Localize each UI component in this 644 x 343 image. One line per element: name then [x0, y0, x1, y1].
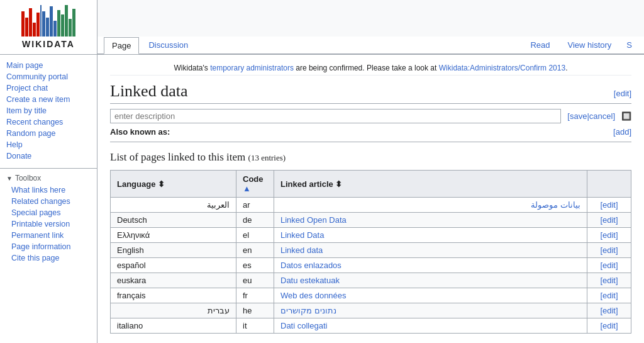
- cell-edit[interactable]: [edit]: [587, 273, 631, 288]
- notice-bar: Wikidata's temporary administrators are …: [110, 61, 631, 76]
- sidebar-item-item-by-title[interactable]: Item by title: [0, 105, 97, 116]
- triangle-icon: ▼: [6, 175, 13, 182]
- page-title: Linked data: [110, 82, 187, 101]
- cell-edit[interactable]: [edit]: [587, 198, 631, 213]
- cell-code: he: [236, 303, 274, 318]
- tab-view-history[interactable]: View history: [559, 37, 619, 53]
- cell-article[interactable]: Linked data: [274, 243, 587, 258]
- content-area: Wikidata's temporary administrators are …: [97, 55, 644, 343]
- sidebar-item-permanent-link[interactable]: Permanent link: [0, 230, 97, 241]
- notice-link-2[interactable]: Wikidata:Administrators/Confirm 2013: [439, 64, 565, 72]
- cell-code: es: [236, 258, 274, 273]
- sidebar-item-community-portal[interactable]: Community portal: [0, 71, 97, 82]
- cell-language: italiano: [111, 318, 236, 334]
- sidebar-item-random-page[interactable]: Random page: [0, 128, 97, 139]
- cell-article[interactable]: بيانات موصولة: [274, 198, 587, 213]
- cell-language: English: [111, 243, 236, 258]
- cell-code: fr: [236, 288, 274, 303]
- cell-article[interactable]: Linked Open Data: [274, 213, 587, 228]
- sidebar-item-special-pages[interactable]: Special pages: [0, 207, 97, 218]
- table-row: עבריתheנתונים מקושרים[edit]: [111, 303, 631, 318]
- cell-edit[interactable]: [edit]: [587, 243, 631, 258]
- cell-article[interactable]: נתונים מקושרים: [274, 303, 587, 318]
- sidebar-item-page-information[interactable]: Page information: [0, 241, 97, 252]
- cell-language: français: [111, 288, 236, 303]
- save-cancel-label: [save|cancel]: [567, 111, 615, 121]
- table-row: françaisfrWeb des données[edit]: [111, 288, 631, 303]
- cell-code: eu: [236, 273, 274, 288]
- col-code[interactable]: Code ▲: [236, 171, 274, 198]
- notice-link-1[interactable]: temporary administrators: [210, 64, 294, 72]
- tab-more[interactable]: S: [621, 37, 638, 53]
- cell-language: español: [111, 258, 236, 273]
- cell-code: el: [236, 228, 274, 243]
- cell-code: it: [236, 318, 274, 334]
- cell-language: Ελληνικά: [111, 228, 236, 243]
- sidebar-item-help[interactable]: Help: [0, 139, 97, 150]
- sidebar-item-printable-version[interactable]: Printable version: [0, 218, 97, 230]
- cell-article[interactable]: Web des données: [274, 288, 587, 303]
- save-icon: 🔲: [621, 111, 631, 121]
- table-row: العربيةarبيانات موصولة[edit]: [111, 198, 631, 213]
- cell-code: de: [236, 213, 274, 228]
- table-row: euskaraeuDatu estekatuak[edit]: [111, 273, 631, 288]
- sidebar-item-what-links-here[interactable]: What links here: [0, 184, 97, 196]
- cell-code: en: [236, 243, 274, 258]
- logo: WIKIDATA: [0, 0, 97, 54]
- cell-article[interactable]: Linked Data: [274, 228, 587, 243]
- cell-language: euskara: [111, 273, 236, 288]
- list-header: List of pages linked to this item (13 en…: [110, 151, 631, 164]
- sidebar-item-related-changes[interactable]: Related changes: [0, 196, 97, 207]
- tab-discussion[interactable]: Discussion: [140, 37, 196, 53]
- sidebar-item-main-page[interactable]: Main page: [0, 60, 97, 71]
- table-row: EnglishenLinked data[edit]: [111, 243, 631, 258]
- sidebar-item-donate[interactable]: Donate: [0, 150, 97, 162]
- cell-article[interactable]: Dati collegati: [274, 318, 587, 334]
- col-linked-article[interactable]: Linked article ⬍: [274, 171, 587, 198]
- cell-edit[interactable]: [edit]: [587, 288, 631, 303]
- cell-language: Deutsch: [111, 213, 236, 228]
- tab-page[interactable]: Page: [104, 37, 139, 54]
- col-language[interactable]: Language ⬍: [111, 171, 236, 198]
- table-row: españolesDatos enlazados[edit]: [111, 258, 631, 273]
- cell-code: ar: [236, 198, 274, 213]
- toolbox-header[interactable]: ▼ Toolbox: [0, 172, 97, 184]
- entries-count: (13 entries): [248, 153, 286, 162]
- sidebar: Main page Community portal Project chat …: [0, 55, 97, 343]
- cell-edit[interactable]: [edit]: [587, 213, 631, 228]
- table-row: italianoitDati collegati[edit]: [111, 318, 631, 334]
- cell-article[interactable]: Datu estekatuak: [274, 273, 587, 288]
- cell-edit[interactable]: [edit]: [587, 228, 631, 243]
- linked-table: Language ⬍ Code ▲ Linked article ⬍ العرب…: [110, 170, 631, 334]
- sidebar-item-create-new-item[interactable]: Create a new item: [0, 94, 97, 105]
- cell-edit[interactable]: [edit]: [587, 258, 631, 273]
- page-edit-link[interactable]: [edit]: [614, 89, 631, 98]
- cell-edit[interactable]: [edit]: [587, 303, 631, 318]
- sidebar-item-recent-changes[interactable]: Recent changes: [0, 116, 97, 128]
- sidebar-item-cite-this-page[interactable]: Cite this page: [0, 252, 97, 264]
- table-row: ΕλληνικάelLinked Data[edit]: [111, 228, 631, 243]
- tab-read[interactable]: Read: [522, 37, 558, 53]
- logo-text: WIKIDATA: [22, 39, 75, 49]
- table-row: DeutschdeLinked Open Data[edit]: [111, 213, 631, 228]
- also-known-as-label: Also known as:: [110, 127, 170, 137]
- col-actions: [587, 171, 631, 198]
- description-input[interactable]: [110, 109, 561, 123]
- cell-language: العربية: [111, 198, 236, 213]
- add-link[interactable]: [add]: [613, 127, 631, 137]
- cell-language: עברית: [111, 303, 236, 318]
- cell-article[interactable]: Datos enlazados: [274, 258, 587, 273]
- sidebar-item-project-chat[interactable]: Project chat: [0, 82, 97, 94]
- cell-edit[interactable]: [edit]: [587, 318, 631, 334]
